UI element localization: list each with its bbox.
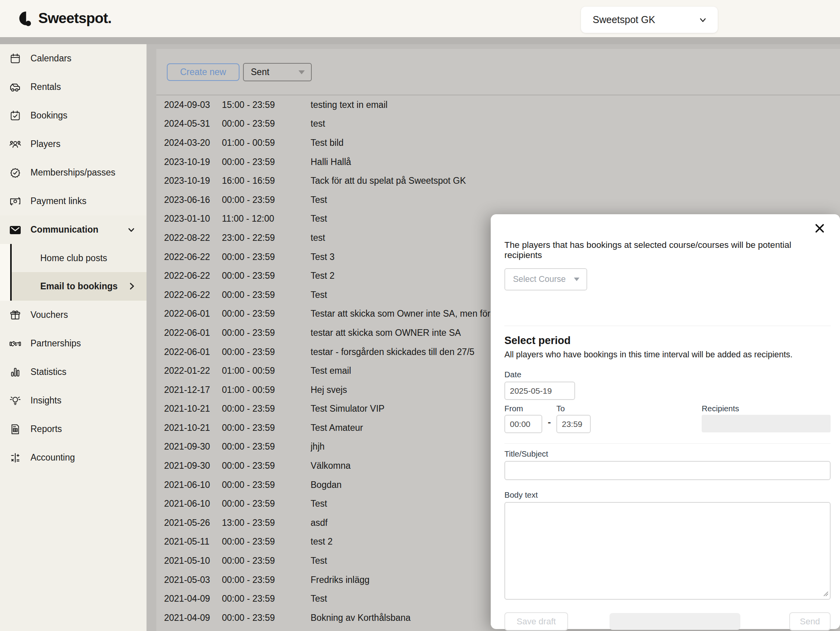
email-time-range: 00:00 - 23:59 [222, 157, 311, 167]
email-time-range: 00:00 - 23:59 [222, 423, 311, 433]
sidebar-item-communication[interactable]: Communication [0, 215, 147, 244]
sidebar-item-label: Vouchers [30, 310, 68, 320]
email-time-range: 01:00 - 00:59 [222, 138, 311, 148]
footer-placeholder [609, 613, 740, 630]
email-date: 2022-01-22 [164, 366, 222, 376]
section-divider [504, 326, 831, 326]
sweetspot-logo-icon [16, 9, 34, 27]
send-button[interactable]: Send [789, 612, 831, 631]
email-time-range: 00:00 - 23:59 [222, 328, 311, 338]
body-text-wrapper [504, 502, 831, 601]
lightbulb-icon [9, 394, 22, 407]
sidebar-item-calendars[interactable]: Calendars [0, 44, 147, 73]
email-time-range: 00:00 - 23:59 [222, 498, 311, 509]
email-date: 2022-06-01 [164, 347, 222, 357]
table-row[interactable]: 2024-03-2001:00 - 00:59Test bild [156, 133, 840, 152]
email-time-range: 00:00 - 23:59 [222, 195, 311, 205]
email-date: 2021-05-03 [164, 575, 222, 585]
sidebar-item-label: Rentals [30, 82, 61, 92]
golf-cart-icon [9, 81, 22, 94]
sidebar-item-label: Calendars [30, 53, 71, 64]
chevron-down-icon [126, 225, 136, 237]
recipients-field: Recipients [702, 404, 831, 432]
email-time-range: 00:00 - 23:59 [222, 308, 311, 319]
sidebar-item-statistics[interactable]: Statistics [0, 358, 147, 386]
sidebar-item-rentals[interactable]: Rentals [0, 73, 147, 101]
badge-check-icon [9, 166, 22, 179]
sidebar-item-home-club-posts[interactable]: Home club posts [12, 244, 147, 272]
sidebar-item-bookings[interactable]: Bookings [0, 101, 147, 130]
email-time-range: 13:00 - 23:59 [222, 518, 311, 528]
status-filter-value: Sent [251, 67, 269, 77]
caret-down-icon [298, 70, 305, 74]
sidebar-item-memberships[interactable]: Memberships/passes [0, 158, 147, 187]
recipients-box [702, 415, 831, 432]
body-text-input[interactable] [504, 502, 831, 600]
date-input[interactable] [504, 382, 575, 400]
sidebar-item-partnerships[interactable]: Partnerships [0, 329, 147, 358]
email-date: 2021-09-30 [164, 461, 222, 471]
table-row[interactable]: 2023-10-1916:00 - 16:59Tack för att du s… [156, 171, 840, 190]
calculator-icon [9, 451, 22, 464]
calendar-check-icon [9, 109, 22, 122]
banknote-icon [9, 195, 22, 208]
email-date: 2021-05-26 [164, 518, 222, 528]
email-subject: testing text in email [311, 100, 840, 110]
status-filter-select[interactable]: Sent [243, 63, 312, 81]
email-time-range: 16:00 - 16:59 [222, 176, 311, 186]
select-period-description: All players who have bookings in this ti… [504, 350, 831, 360]
email-time-range: 01:00 - 00:59 [222, 385, 311, 395]
email-time-range: 11:00 - 12:00 [222, 213, 311, 224]
email-subject: test [311, 118, 840, 129]
email-time-range: 00:00 - 23:59 [222, 118, 311, 129]
sidebar-item-label: Statistics [30, 367, 66, 377]
app-header: Sweetspot. Sweetspot GK [0, 0, 840, 37]
email-time-range: 00:00 - 23:59 [222, 441, 311, 452]
chevron-right-icon [126, 281, 137, 293]
from-label: From [504, 404, 542, 413]
to-time-input[interactable] [556, 415, 591, 433]
header-divider-band [0, 37, 840, 44]
save-draft-button[interactable]: Save draft [504, 612, 568, 631]
sidebar-item-accounting[interactable]: Accounting [0, 443, 147, 472]
sidebar-item-vouchers[interactable]: Vouchers [0, 301, 147, 329]
sidebar-item-reports[interactable]: Reports [0, 415, 147, 443]
title-subject-input[interactable] [504, 461, 831, 480]
handshake-icon [9, 337, 22, 350]
email-date: 2021-10-21 [164, 403, 222, 414]
email-date: 2021-04-09 [164, 613, 222, 623]
from-field: From [504, 404, 542, 433]
sidebar-item-players[interactable]: Players [0, 130, 147, 158]
table-row[interactable]: 2023-06-1600:00 - 23:59Test [156, 190, 840, 210]
club-selector[interactable]: Sweetspot GK [581, 7, 718, 33]
email-compose-drawer: The players that has bookings at selecte… [491, 214, 840, 629]
title-subject-label: Title/Subject [504, 449, 831, 459]
sidebar-item-email-to-bookings[interactable]: Email to bookings [12, 272, 147, 301]
club-selector-value: Sweetspot GK [593, 14, 655, 25]
sidebar-item-insights[interactable]: Insights [0, 386, 147, 415]
sidebar-item-payment-links[interactable]: Payment links [0, 187, 147, 215]
table-row[interactable]: 2023-10-1900:00 - 23:59Halli Hallå [156, 152, 840, 172]
email-date: 2021-06-10 [164, 498, 222, 509]
body-text-label: Body text [504, 490, 831, 500]
to-field: To [556, 404, 591, 433]
email-date: 2021-05-11 [164, 536, 222, 547]
email-date: 2021-04-09 [164, 593, 222, 604]
bar-chart-icon [9, 366, 22, 379]
email-time-range: 00:00 - 23:59 [222, 461, 311, 471]
table-row[interactable]: 2024-05-3100:00 - 23:59test [156, 115, 840, 134]
sweetspot-logo: Sweetspot. [16, 9, 111, 27]
email-date: 2022-06-01 [164, 328, 222, 338]
email-date: 2022-06-22 [164, 252, 222, 262]
select-period-title: Select period [504, 335, 831, 347]
range-separator: - [548, 417, 551, 428]
from-time-input[interactable] [504, 415, 542, 433]
close-icon[interactable] [813, 222, 826, 235]
communication-submenu: Home club posts Email to bookings [0, 244, 147, 301]
select-course-dropdown[interactable]: Select Course [504, 268, 587, 290]
table-row[interactable]: 2024-09-0315:00 - 23:59testing text in e… [156, 95, 840, 115]
email-date: 2022-06-22 [164, 290, 222, 300]
email-time-range: 00:00 - 23:59 [222, 593, 311, 604]
sidebar-item-label: Insights [30, 395, 61, 406]
create-new-button[interactable]: Create new [167, 63, 239, 81]
